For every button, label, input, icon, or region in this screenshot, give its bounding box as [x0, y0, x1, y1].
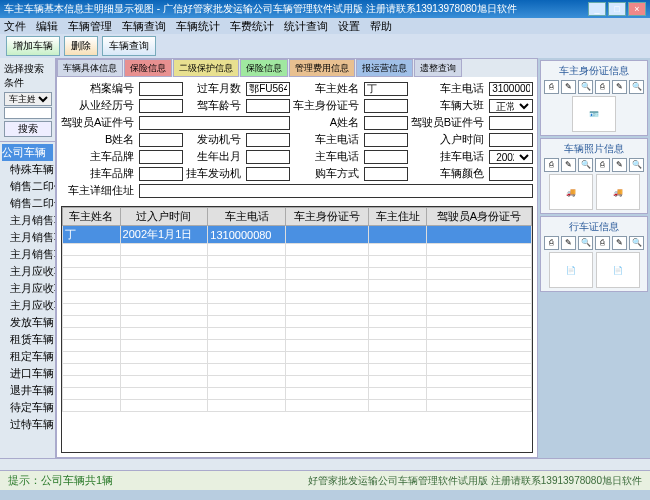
tree-item[interactable]: 主月应收车辆 [2, 263, 53, 280]
tree-item[interactable]: 主月应收车辆 [2, 280, 53, 297]
search-field-select[interactable]: 车主姓名 [4, 92, 52, 106]
zoom-icon[interactable]: 🔍 [578, 80, 593, 94]
print-icon[interactable]: ⎙ [595, 236, 610, 250]
table-row[interactable] [63, 388, 532, 400]
input-color[interactable] [489, 167, 533, 181]
input-trailer-brand[interactable] [139, 167, 183, 181]
table-row[interactable] [63, 376, 532, 388]
input-plate[interactable] [246, 82, 290, 96]
tree-item[interactable]: 发放车辆 [2, 314, 53, 331]
tree-item[interactable]: 特殊车辆 [2, 161, 53, 178]
table-row[interactable] [63, 280, 532, 292]
column-header[interactable]: 过入户时间 [120, 208, 208, 226]
menu-vehicle-query[interactable]: 车辆查询 [122, 19, 166, 34]
tree-item[interactable]: 退井车辆 [2, 382, 53, 399]
minimize-button[interactable]: _ [588, 2, 606, 16]
vehicle-thumb-1[interactable]: 🚚 [549, 174, 593, 210]
column-header[interactable]: 车主姓名 [63, 208, 121, 226]
edit-icon[interactable]: ✎ [561, 236, 576, 250]
edit-icon[interactable]: ✎ [612, 236, 627, 250]
edit-icon[interactable]: ✎ [612, 80, 627, 94]
zoom-icon[interactable]: 🔍 [629, 80, 644, 94]
zoom-icon[interactable]: 🔍 [578, 158, 593, 172]
tab-vehicle-info[interactable]: 车辆具体信息 [57, 59, 123, 77]
print-icon[interactable]: ⎙ [544, 158, 559, 172]
table-row[interactable] [63, 292, 532, 304]
tab-insurance[interactable]: 保险信息 [124, 59, 172, 77]
tab-fees[interactable]: 管理费用信息 [289, 59, 355, 77]
print-icon[interactable]: ⎙ [544, 236, 559, 250]
menu-vehicle-stat[interactable]: 车辆统计 [176, 19, 220, 34]
table-row[interactable] [63, 352, 532, 364]
tree-item[interactable]: 过特车辆 [2, 416, 53, 433]
menu-vehicle-mgmt[interactable]: 车辆管理 [68, 19, 112, 34]
print-icon[interactable]: ⎙ [544, 80, 559, 94]
table-row[interactable] [63, 328, 532, 340]
table-row[interactable] [63, 364, 532, 376]
menu-file[interactable]: 文件 [4, 19, 26, 34]
input-owner[interactable] [364, 82, 408, 96]
input-id[interactable] [364, 99, 408, 113]
input-main-phone[interactable] [364, 150, 408, 164]
edit-icon[interactable]: ✎ [561, 158, 576, 172]
menu-settings[interactable]: 设置 [338, 19, 360, 34]
input-birth[interactable] [246, 150, 290, 164]
tree-item[interactable]: 销售二印专用车辆 [2, 195, 53, 212]
input-archive[interactable] [139, 82, 183, 96]
zoom-icon[interactable]: 🔍 [629, 236, 644, 250]
maximize-button[interactable]: □ [608, 2, 626, 16]
tab-query[interactable]: 遗整查询 [414, 59, 462, 77]
tree-root[interactable]: 公司车辆 [2, 144, 53, 161]
permit-thumb-2[interactable]: 📄 [596, 252, 640, 288]
print-icon[interactable]: ⎙ [595, 80, 610, 94]
tree-item[interactable]: 租定车辆 [2, 348, 53, 365]
permit-thumb-1[interactable]: 📄 [549, 252, 593, 288]
column-header[interactable]: 车主住址 [369, 208, 427, 226]
table-row[interactable] [63, 256, 532, 268]
input-engine[interactable] [246, 133, 290, 147]
data-grid[interactable]: 车主姓名过入户时间车主电话车主身份证号车主住址驾驶员A身份证号 丁2002年1月… [61, 206, 533, 453]
tree-item[interactable]: 租赁车辆 [2, 331, 53, 348]
close-button[interactable]: × [628, 2, 646, 16]
menu-edit[interactable]: 编辑 [36, 19, 58, 34]
tree-item[interactable]: 主月销售车辆 [2, 229, 53, 246]
table-row[interactable] [63, 400, 532, 412]
input-brand[interactable] [139, 150, 183, 164]
input-driver-b[interactable] [489, 116, 533, 130]
select-class[interactable]: 正常 [489, 99, 533, 113]
input-a-name[interactable] [364, 116, 408, 130]
tree-item[interactable]: 销售二印使用车辆 [2, 178, 53, 195]
tree-item[interactable]: 主月销售车辆 [2, 246, 53, 263]
input-address[interactable] [139, 184, 533, 198]
delete-button[interactable]: 删除 [64, 36, 98, 56]
search-input[interactable] [4, 107, 52, 119]
input-owner-phone[interactable] [364, 133, 408, 147]
tab-operation[interactable]: 报运营信息 [356, 59, 413, 77]
table-row[interactable] [63, 304, 532, 316]
input-phone[interactable] [489, 82, 533, 96]
table-row[interactable]: 丁2002年1月1日1310000080 [63, 226, 532, 244]
id-thumb[interactable]: 🪪 [572, 96, 616, 132]
edit-icon[interactable]: ✎ [612, 158, 627, 172]
input-reg-date[interactable] [489, 133, 533, 147]
add-vehicle-button[interactable]: 增加车辆 [6, 36, 60, 56]
table-row[interactable] [63, 244, 532, 256]
tree-item[interactable]: 主月应收车辆 [2, 297, 53, 314]
menu-stat-query[interactable]: 统计查询 [284, 19, 328, 34]
edit-icon[interactable]: ✎ [561, 80, 576, 94]
column-header[interactable]: 车主电话 [208, 208, 286, 226]
tab-maintenance[interactable]: 二级保护信息 [173, 59, 239, 77]
input-drive-age[interactable] [246, 99, 290, 113]
column-header[interactable]: 驾驶员A身份证号 [427, 208, 532, 226]
input-license[interactable] [139, 99, 183, 113]
tree-item[interactable]: 主月销售车辆 [2, 212, 53, 229]
query-button[interactable]: 车辆查询 [102, 36, 156, 56]
column-header[interactable]: 车主身份证号 [286, 208, 369, 226]
input-b-name[interactable] [139, 133, 183, 147]
input-driver-a[interactable] [139, 116, 290, 130]
vehicle-thumb-2[interactable]: 🚚 [596, 174, 640, 210]
tab-insurance2[interactable]: 保险信息 [240, 59, 288, 77]
h-scrollbar[interactable] [0, 458, 650, 470]
select-trailer-date[interactable]: 2002年 1月 1日 [489, 150, 533, 164]
zoom-icon[interactable]: 🔍 [629, 158, 644, 172]
